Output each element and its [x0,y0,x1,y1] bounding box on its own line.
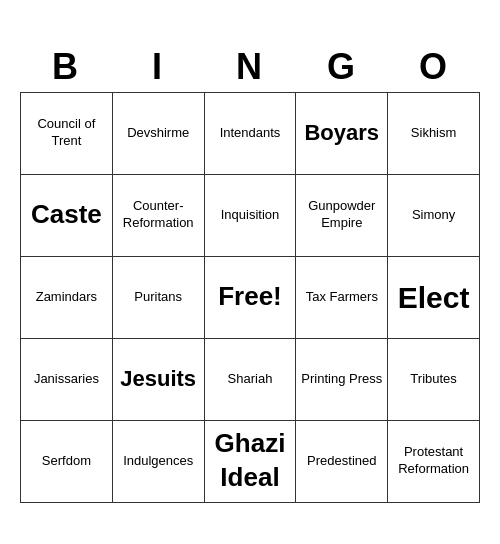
cell-text: Sikhism [411,125,457,142]
cell-text: Simony [412,207,455,224]
header-letter: O [388,42,480,92]
bingo-cell: Jesuits [113,339,205,421]
bingo-cell: Devshirme [113,93,205,175]
bingo-cell: Puritans [113,257,205,339]
cell-text: Tributes [410,371,456,388]
bingo-cell: Boyars [296,93,388,175]
cell-text: Puritans [134,289,182,306]
bingo-cell: Counter-Reformation [113,175,205,257]
cell-text: Janissaries [34,371,99,388]
cell-text: Protestant Reformation [392,444,475,478]
cell-text: Predestined [307,453,376,470]
cell-text: Ghazi Ideal [209,427,292,495]
bingo-cell: Intendants [205,93,297,175]
cell-text: Jesuits [120,365,196,394]
cell-text: Devshirme [127,125,189,142]
cell-text: Elect [398,278,470,317]
bingo-cell: Shariah [205,339,297,421]
bingo-cell: Caste [21,175,113,257]
cell-text: Serfdom [42,453,91,470]
bingo-cell: Tributes [388,339,480,421]
header-letter: B [20,42,112,92]
bingo-cell: Printing Press [296,339,388,421]
bingo-cell: Protestant Reformation [388,421,480,503]
cell-text: Shariah [228,371,273,388]
cell-text: Indulgences [123,453,193,470]
bingo-cell: Sikhism [388,93,480,175]
cell-text: Gunpowder Empire [300,198,383,232]
bingo-cell: Zamindars [21,257,113,339]
bingo-cell: Council of Trent [21,93,113,175]
bingo-cell: Predestined [296,421,388,503]
cell-text: Council of Trent [25,116,108,150]
bingo-cell: Tax Farmers [296,257,388,339]
header-letter: G [296,42,388,92]
cell-text: Printing Press [301,371,382,388]
bingo-card: BINGO Council of TrentDevshirmeIntendant… [20,42,480,503]
bingo-cell: Gunpowder Empire [296,175,388,257]
bingo-cell: Elect [388,257,480,339]
bingo-grid: Council of TrentDevshirmeIntendantsBoyar… [20,92,480,503]
cell-text: Intendants [220,125,281,142]
cell-text: Tax Farmers [306,289,378,306]
cell-text: Inquisition [221,207,280,224]
bingo-cell: Ghazi Ideal [205,421,297,503]
bingo-cell: Janissaries [21,339,113,421]
cell-text: Counter-Reformation [117,198,200,232]
bingo-cell: Indulgences [113,421,205,503]
bingo-cell: Simony [388,175,480,257]
bingo-cell: Free! [205,257,297,339]
bingo-header: BINGO [20,42,480,92]
cell-text: Free! [218,280,282,314]
bingo-cell: Inquisition [205,175,297,257]
cell-text: Caste [31,198,102,232]
header-letter: N [204,42,296,92]
cell-text: Boyars [304,119,379,148]
bingo-cell: Serfdom [21,421,113,503]
cell-text: Zamindars [36,289,97,306]
header-letter: I [112,42,204,92]
